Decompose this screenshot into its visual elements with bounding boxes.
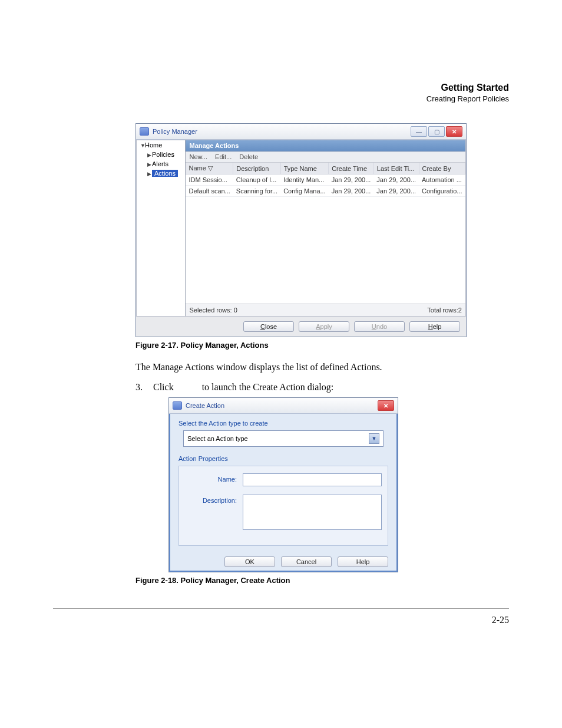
apply-button[interactable]: Apply xyxy=(299,321,349,332)
action-properties-label: Action Properties xyxy=(178,455,388,462)
name-label: Name: xyxy=(185,473,243,483)
actions-table[interactable]: Name ▽ Description Type Name Create Time… xyxy=(186,163,465,197)
total-rows: Total rows:2 xyxy=(427,307,462,314)
table-row[interactable]: Default scan... Scanning for... Config M… xyxy=(186,186,465,197)
figure17-caption: Figure 2-17. Policy Manager, Actions xyxy=(135,341,509,350)
paragraph-1: The Manage Actions window displays the l… xyxy=(135,360,509,374)
tree-actions[interactable]: ▶Actions xyxy=(137,169,185,178)
ok-button[interactable]: OK xyxy=(224,556,275,567)
col-type[interactable]: Type Name xyxy=(280,163,329,174)
description-field[interactable] xyxy=(243,495,382,530)
help-button[interactable]: Help xyxy=(338,556,388,567)
figure18-caption: Figure 2-18. Policy Manager, Create Acti… xyxy=(135,576,509,585)
close-button[interactable]: ✕ xyxy=(378,400,394,411)
col-description[interactable]: Description xyxy=(233,163,280,174)
col-name[interactable]: Name ▽ xyxy=(186,163,233,174)
col-create-time[interactable]: Create Time xyxy=(329,163,374,174)
figure-create-action: Create Action ✕ Select the Action type t… xyxy=(168,397,509,572)
cancel-button[interactable]: Cancel xyxy=(281,556,332,567)
tree-home[interactable]: ▼Home xyxy=(137,140,185,150)
help-button[interactable]: Help xyxy=(409,321,460,332)
titlebar: Create Action ✕ xyxy=(169,398,398,414)
close-button[interactable]: Close xyxy=(243,321,294,332)
tree-alerts[interactable]: ▶Alerts xyxy=(137,159,185,169)
minimize-button[interactable]: — xyxy=(411,126,427,137)
app-icon xyxy=(173,401,182,410)
combo-placeholder: Select an Action type xyxy=(187,435,248,442)
tree-policies[interactable]: ▶Policies xyxy=(137,150,185,159)
undo-button[interactable]: Undo xyxy=(354,321,405,332)
chevron-down-icon[interactable]: ▼ xyxy=(369,433,379,444)
titlebar: Policy Manager — ▢ ✕ xyxy=(136,124,466,140)
window-title: Policy Manager xyxy=(153,128,197,135)
page-header: Getting Started Creating Report Policies xyxy=(53,83,509,103)
col-last-edit[interactable]: Last Edit Ti... xyxy=(373,163,419,174)
table-row[interactable]: IDM Sessio... Cleanup of I... Identity M… xyxy=(186,174,465,186)
nav-tree[interactable]: ▼Home ▶Policies ▶Alerts ▶Actions xyxy=(136,140,186,317)
header-title: Getting Started xyxy=(53,83,509,93)
description-label: Description: xyxy=(185,495,243,504)
figure-policy-manager: Policy Manager — ▢ ✕ ▼Home ▶Policies ▶Al… xyxy=(135,123,509,337)
window-title: Create Action xyxy=(186,402,224,409)
step-3: 3. Click to launch the Create Action dia… xyxy=(135,382,509,393)
action-type-select[interactable]: Select an Action type ▼ xyxy=(183,430,384,447)
select-type-label: Select the Action type to create xyxy=(178,420,388,427)
new-button[interactable]: New... xyxy=(189,153,207,160)
name-field[interactable] xyxy=(243,473,382,486)
page-number: 2-25 xyxy=(53,615,509,625)
status-bar: Selected rows: 0 Total rows:2 xyxy=(186,304,465,316)
edit-button[interactable]: Edit... xyxy=(215,153,232,160)
close-button[interactable]: ✕ xyxy=(446,126,462,137)
header-subtitle: Creating Report Policies xyxy=(53,94,509,103)
maximize-button[interactable]: ▢ xyxy=(428,126,445,137)
app-icon xyxy=(140,127,149,136)
footer-rule xyxy=(53,608,509,609)
panel-title: Manage Actions xyxy=(186,140,465,151)
col-create-by[interactable]: Create By xyxy=(419,163,465,174)
delete-button[interactable]: Delete xyxy=(239,153,258,160)
selected-rows: Selected rows: 0 xyxy=(189,307,237,314)
toolbar: New... Edit... Delete xyxy=(186,151,465,163)
